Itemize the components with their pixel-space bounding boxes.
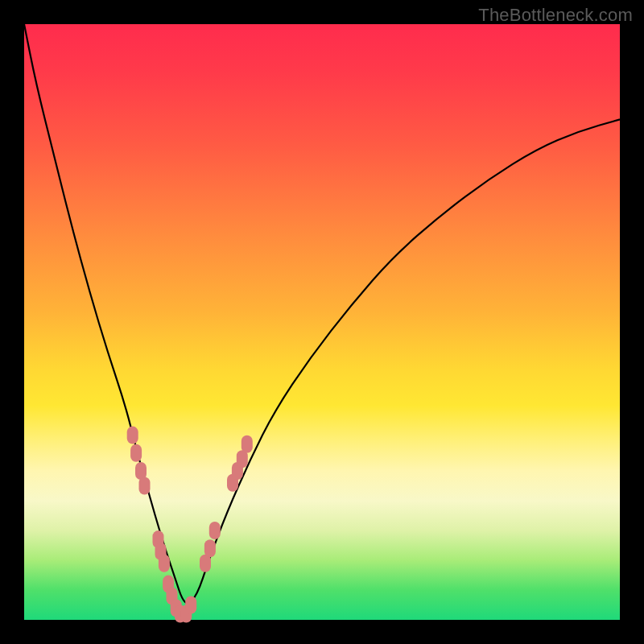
bottleneck-curve: [24, 24, 620, 604]
marker-point: [185, 597, 196, 614]
marker-point: [242, 436, 253, 453]
marker-point: [127, 427, 138, 444]
marker-point: [204, 539, 216, 557]
marker-point: [159, 555, 170, 572]
marker-point: [130, 444, 142, 462]
marker-point: [139, 477, 151, 495]
cluster-markers: [127, 427, 253, 623]
chart-frame: TheBottleneck.com: [0, 0, 644, 644]
watermark-text: TheBottleneck.com: [478, 5, 633, 26]
plot-area: [24, 24, 620, 620]
curve-svg: [24, 24, 620, 620]
marker-point: [209, 522, 221, 539]
